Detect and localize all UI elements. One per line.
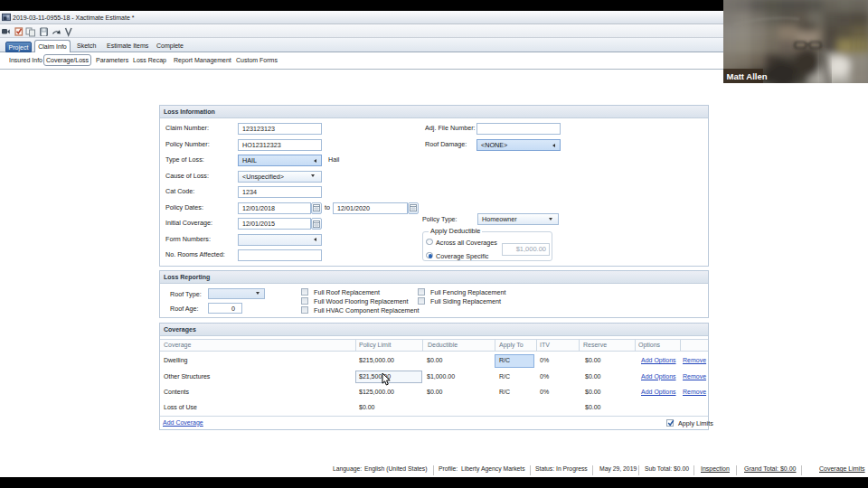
- svg-text:Matt Allen: Matt Allen: [727, 71, 768, 81]
